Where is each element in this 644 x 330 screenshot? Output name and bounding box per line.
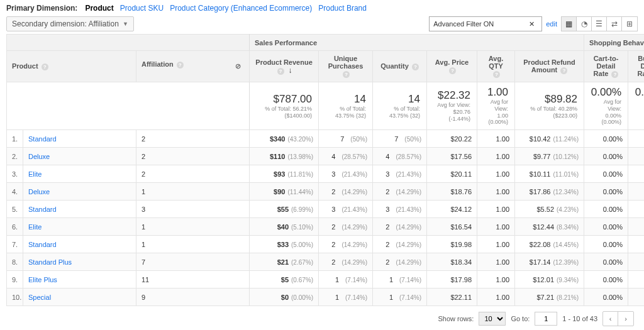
col-avg-qty[interactable]: Avg. QTY? — [477, 51, 515, 82]
affiliation-cell: 2 — [136, 130, 250, 148]
ctd-cell: 0.00% — [584, 271, 628, 289]
avgqty-cell: 1.00 — [477, 148, 515, 165]
product-link[interactable]: Deluxe — [28, 188, 50, 195]
product-link[interactable]: Standard — [28, 206, 57, 213]
primary-dimension-bar: Primary Dimension: Product Product SKU P… — [6, 4, 638, 13]
avgqty-cell: 1.00 — [477, 289, 515, 306]
unique-cell: 1(7.14%) — [319, 271, 373, 289]
table-view-icon[interactable]: ▦ — [562, 17, 577, 31]
product-cell: Standard — [23, 201, 136, 218]
ctd-cell: 0.00% — [584, 183, 628, 201]
product-cell: Elite — [23, 218, 136, 236]
col-refund[interactable]: Product Refund Amount ? — [515, 51, 584, 82]
goto-input[interactable] — [535, 312, 557, 326]
help-icon[interactable]: ? — [560, 67, 567, 74]
affiliation-cell: 11 — [136, 271, 250, 289]
revenue-cell: $90(11.44%) — [250, 183, 319, 201]
help-icon[interactable]: ? — [412, 63, 419, 70]
avgprice-cell: $17.56 — [427, 148, 477, 165]
table-row: 2.Deluxe2$110(13.98%)4(28.57%)4(28.57%)$… — [7, 148, 645, 165]
btd-cell: 0.00% — [628, 218, 644, 236]
help-icon[interactable]: ? — [611, 71, 618, 78]
table-row: 6.Elite1$40(5.10%)2(14.29%)2(14.29%)$16.… — [7, 218, 645, 236]
row-index: 10. — [7, 289, 23, 306]
col-quantity[interactable]: Quantity ? — [373, 51, 427, 82]
help-icon[interactable]: ? — [42, 63, 48, 70]
product-link[interactable]: Standard Plus — [28, 258, 72, 266]
sort-desc-icon[interactable]: ↓ — [289, 66, 292, 75]
product-link[interactable]: Elite — [28, 170, 42, 178]
unique-cell: 7(50%) — [319, 130, 373, 148]
revenue-cell: $110(13.98%) — [250, 148, 319, 165]
primary-dimension-label: Primary Dimension: — [6, 4, 77, 13]
help-icon[interactable]: ? — [343, 71, 350, 78]
product-link[interactable]: Elite Plus — [28, 276, 57, 283]
ctd-cell: 0.00% — [584, 253, 628, 271]
col-unique-purchases[interactable]: Unique Purchases? — [319, 51, 373, 82]
table-row: 9.Elite Plus11$5(0.67%)1(7.14%)1(7.14%)$… — [7, 271, 645, 289]
col-buy-to-detail[interactable]: Buy-to-Detail Rate ? — [628, 51, 644, 82]
affiliation-cell: 1 — [136, 183, 250, 201]
edit-filter-link[interactable]: edit — [546, 20, 557, 28]
avgprice-cell: $20.22 — [427, 130, 477, 148]
close-icon[interactable]: ✕ — [525, 18, 538, 30]
col-avg-price[interactable]: Avg. Price ? — [427, 51, 477, 82]
help-icon[interactable]: ? — [493, 71, 500, 78]
refund-cell: $10.42(11.24%) — [515, 130, 584, 148]
next-page-button[interactable]: › — [618, 312, 633, 326]
refund-cell: $12.44(8.34%) — [515, 218, 584, 236]
ctd-cell: 0.00% — [584, 289, 628, 306]
advanced-filter-box[interactable]: Advanced Filter ON ✕ — [429, 16, 542, 31]
row-index: 2. — [7, 148, 23, 165]
col-affiliation[interactable]: Affiliation ? ⊘ — [136, 51, 250, 82]
ctd-cell: 0.00% — [584, 236, 628, 253]
show-rows-select[interactable]: 10 — [479, 312, 506, 326]
avgqty-cell: 1.00 — [477, 271, 515, 289]
avgprice-cell: $22.11 — [427, 289, 477, 306]
performance-view-icon[interactable]: ☰ — [592, 17, 607, 31]
refund-cell: $7.21(8.21%) — [515, 289, 584, 306]
help-icon[interactable]: ? — [177, 62, 184, 69]
group-shopping-behavior: Shopping Behavior — [584, 35, 644, 51]
row-index: 3. — [7, 165, 23, 183]
page-range: 1 - 10 of 43 — [562, 315, 597, 322]
product-link[interactable]: Standard — [28, 135, 57, 143]
product-link[interactable]: Deluxe — [28, 153, 50, 160]
pie-view-icon[interactable]: ◔ — [577, 17, 592, 31]
ctd-cell: 0.00% — [584, 130, 628, 148]
comparison-view-icon[interactable]: ⇄ — [607, 17, 622, 31]
product-cell: Deluxe — [23, 183, 136, 201]
product-link[interactable]: Special — [28, 294, 51, 301]
col-cart-to-detail[interactable]: Cart-to-Detail Rate ? — [584, 51, 628, 82]
dimension-tab-product-sku[interactable]: Product SKU — [120, 4, 164, 13]
summary-row: $787.00% of Total: 56.21%($1400.00) 14% … — [7, 82, 645, 130]
help-icon[interactable]: ? — [277, 68, 284, 75]
help-icon[interactable]: ? — [449, 67, 456, 74]
revenue-cell: $21(2.67%) — [250, 253, 319, 271]
unique-cell: 3(21.43%) — [319, 165, 373, 183]
refund-cell: $12.01(9.34%) — [515, 271, 584, 289]
unique-cell: 2(14.29%) — [319, 218, 373, 236]
secondary-dimension-dropdown[interactable]: Secondary dimension: Affiliation ▼ — [6, 16, 134, 31]
pivot-view-icon[interactable]: ⊞ — [622, 17, 637, 31]
col-product[interactable]: Product ? — [7, 51, 136, 82]
affiliation-cell: 2 — [136, 148, 250, 165]
col-revenue[interactable]: Product Revenue ? ↓ — [250, 51, 319, 82]
dimension-tab-product-category-enhanced-ecommerce-[interactable]: Product Category (Enhanced Ecommerce) — [170, 4, 312, 13]
refund-cell: $22.08(14.45%) — [515, 236, 584, 253]
product-link[interactable]: Elite — [28, 223, 42, 231]
dimension-tab-product[interactable]: Product — [85, 4, 113, 13]
btd-cell: 0.00% — [628, 271, 644, 289]
row-index: 9. — [7, 271, 23, 289]
prev-page-button[interactable]: ‹ — [603, 312, 618, 326]
ctd-cell: 0.00% — [584, 218, 628, 236]
unique-cell: 3(21.43%) — [319, 201, 373, 218]
dimension-tab-product-brand[interactable]: Product Brand — [318, 4, 367, 13]
product-cell: Special — [23, 289, 136, 306]
quantity-cell: 2(14.29%) — [373, 183, 427, 201]
product-cell: Deluxe — [23, 148, 136, 165]
btd-cell: 0.00% — [628, 130, 644, 148]
btd-cell: 0.00% — [628, 253, 644, 271]
remove-dimension-icon[interactable]: ⊘ — [231, 60, 244, 73]
product-link[interactable]: Standard — [28, 241, 57, 248]
